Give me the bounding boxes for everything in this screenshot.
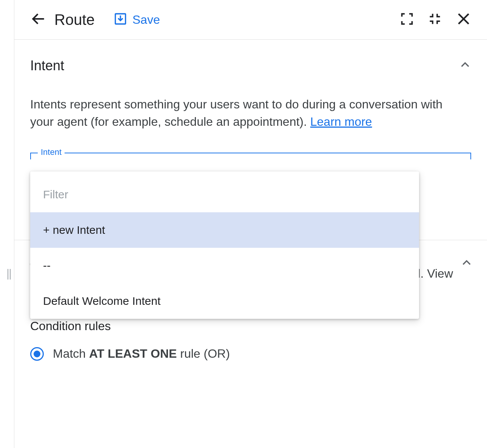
drag-handle[interactable] — [8, 269, 11, 280]
dropdown-filter-row — [30, 171, 419, 212]
condition-radio-or[interactable]: Match AT LEAST ONE rule (OR) — [30, 347, 471, 361]
panel-header: Route Save — [14, 0, 487, 40]
intent-description: Intents represent something your users w… — [30, 96, 471, 131]
intent-desc-text: Intents represent something your users w… — [30, 97, 442, 128]
fullscreen-icon[interactable] — [400, 12, 414, 27]
close-icon[interactable] — [456, 11, 471, 28]
intent-title: Intent — [30, 58, 64, 74]
condition-rules-title: Condition rules — [30, 319, 471, 333]
header-actions — [400, 11, 471, 28]
radio-suffix: rule (OR) — [177, 347, 230, 360]
dropdown-default-welcome[interactable]: Default Welcome Intent — [30, 283, 419, 319]
panel-title: Route — [54, 11, 95, 28]
save-icon — [114, 12, 127, 27]
exit-fullscreen-icon[interactable] — [428, 12, 442, 27]
intent-input-label: Intent — [38, 147, 65, 157]
dropdown-empty-option[interactable]: -- — [30, 248, 419, 283]
radio-selected-icon — [30, 347, 44, 361]
chevron-up-icon — [459, 59, 471, 73]
radio-prefix: Match — [53, 347, 89, 360]
learn-more-link[interactable]: Learn more — [310, 115, 372, 128]
save-button[interactable]: Save — [114, 12, 160, 27]
chevron-up-icon[interactable] — [461, 257, 473, 270]
radio-bold: AT LEAST ONE — [89, 347, 177, 360]
dropdown-new-intent[interactable]: + new Intent — [30, 212, 419, 248]
filter-input[interactable] — [43, 188, 406, 201]
back-arrow-icon[interactable] — [30, 11, 47, 29]
intent-dropdown: + new Intent -- Default Welcome Intent — [30, 171, 419, 319]
save-label: Save — [133, 13, 160, 27]
intent-section-header[interactable]: Intent — [30, 40, 471, 74]
left-rail — [0, 0, 14, 448]
radio-label: Match AT LEAST ONE rule (OR) — [53, 347, 230, 361]
